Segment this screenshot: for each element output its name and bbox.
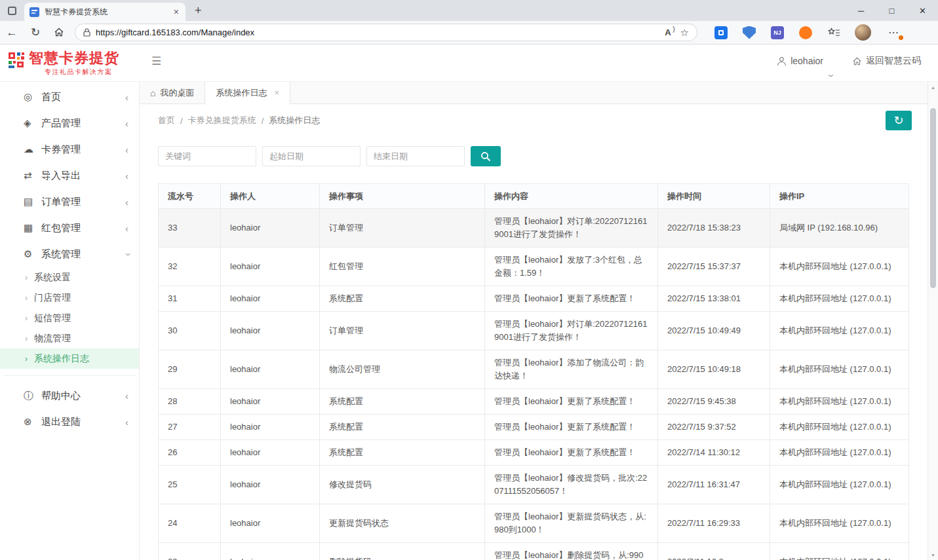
cell-item: 系统配置 — [320, 286, 485, 312]
user-dropdown-chevron-icon[interactable]: ‹ — [823, 74, 836, 77]
order-icon: ▤ — [24, 196, 41, 208]
maximize-button[interactable]: □ — [876, 0, 907, 21]
url-text[interactable]: https://giftcard.165183.com/Manage/index — [96, 28, 659, 37]
cell-operator: leohaior — [221, 312, 320, 350]
sidebar-toggle-icon[interactable]: ☰ — [151, 54, 161, 68]
return-cloud-link[interactable]: 返回智慧云码 — [852, 55, 921, 67]
sidebar-item-导入导出[interactable]: ⇄导入导出‹ — [0, 162, 139, 189]
table-row: 31leohaior系统配置管理员【leohaior】更新了系统配置！2022/… — [159, 286, 909, 312]
settings-menu-icon[interactable]: ⋯ — [886, 25, 902, 40]
cell-content: 管理员【leohaior】修改提货码，批次:2207111552056057！ — [485, 466, 658, 504]
scrollbar-thumb[interactable] — [930, 108, 936, 288]
sidebar-item-系统管理[interactable]: ⚙系统管理‹ — [0, 241, 139, 267]
cell-serial: 30 — [159, 312, 221, 350]
sidebar-subitem-短信管理[interactable]: ›短信管理 — [0, 308, 139, 328]
scroll-down-icon[interactable]: ▼ — [928, 550, 938, 560]
tab-close-icon[interactable]: × — [274, 88, 279, 98]
scroll-up-icon[interactable]: ▲ — [928, 82, 938, 92]
table-row: 30leohaior订单管理管理员【leohaior】对订单:202207121… — [159, 312, 909, 350]
cell-operator: leohaior — [221, 440, 320, 466]
browser-home-icon[interactable] — [47, 26, 71, 39]
sidebar-item-退出登陆[interactable]: ⊗退出登陆‹ — [0, 409, 139, 435]
reload-icon[interactable]: ↻ — [24, 26, 47, 39]
read-aloud-icon[interactable]: A — [665, 28, 674, 37]
sidebar-item-卡券管理[interactable]: ☁卡券管理‹ — [0, 136, 139, 162]
sidebar-item-label: 卡券管理 — [41, 143, 125, 156]
breadcrumb-item[interactable]: 卡券兑换提货系统 — [188, 115, 256, 126]
breadcrumb-item[interactable]: 首页 — [158, 115, 175, 126]
app-logo[interactable]: 智慧卡券提货 专注礼品卡解决方案 — [8, 50, 119, 77]
back-icon[interactable]: ← — [0, 26, 24, 39]
nj-extension-icon[interactable]: NJ — [771, 26, 784, 39]
table-row: 24leohaior更新提货码状态管理员【leohaior】更新提货码状态，从:… — [159, 504, 909, 543]
sidebar-subitem-系统操作日志[interactable]: ›系统操作日志 — [0, 348, 139, 369]
breadcrumb-bar: 首页/卡券兑换提货系统/系统操作日志 ↻ — [140, 104, 928, 137]
column-header: 操作事项 — [320, 184, 485, 209]
content-tab-bar: ⌂ 我的桌面 系统操作日志 × — [140, 82, 928, 104]
sidebar-divider — [4, 375, 135, 376]
page-scrollbar[interactable]: ▲ ▼ — [928, 82, 938, 560]
refresh-button[interactable]: ↻ — [886, 111, 912, 130]
help-icon: ⓘ — [24, 390, 41, 402]
tab-label: 我的桌面 — [160, 87, 194, 99]
sidebar-item-label: 订单管理 — [41, 196, 125, 208]
minimize-button[interactable]: ─ — [846, 0, 876, 21]
sidebar-item-label: 帮助中心 — [41, 390, 125, 402]
sidebar-subitem-label: 系统操作日志 — [34, 353, 89, 365]
cell-content: 管理员【leohaior】发放了:3个红包，总金额：1.59！ — [485, 248, 658, 286]
sidebar-item-首页[interactable]: ◎首页‹ — [0, 84, 139, 110]
favorites-bar-icon[interactable] — [828, 28, 840, 38]
cell-item: 订单管理 — [320, 209, 485, 248]
username: leohaior — [791, 56, 823, 66]
browser-tab[interactable]: 智慧卡券提货系统 × — [24, 3, 186, 21]
cell-item: 红包管理 — [320, 248, 485, 286]
sidebar-subitem-label: 短信管理 — [34, 312, 71, 324]
sidebar-subitem-系统设置[interactable]: ›系统设置 — [0, 267, 139, 288]
tab-actions-icon[interactable] — [8, 7, 16, 15]
favorites-star-icon[interactable]: ☆ — [680, 27, 689, 39]
toolbar-right: ⋯ — [828, 24, 902, 41]
orange-circle-extension-icon[interactable] — [799, 26, 812, 39]
close-button[interactable]: ✕ — [907, 0, 938, 21]
cell-ip: 本机内部环回地址 (127.0.0.1) — [770, 543, 909, 560]
address-bar[interactable]: https://giftcard.165183.com/Manage/index… — [75, 24, 697, 41]
cell-ip: 本机内部环回地址 (127.0.0.1) — [770, 248, 909, 286]
cell-operator: leohaior — [221, 543, 320, 560]
gear-icon: ⚙ — [24, 248, 41, 260]
sidebar-item-订单管理[interactable]: ▤订单管理‹ — [0, 189, 139, 215]
browser-toolbar: ← ↻ https://giftcard.165183.com/Manage/i… — [0, 21, 938, 45]
user-icon — [777, 56, 787, 66]
shield-extension-icon[interactable] — [743, 26, 756, 39]
new-tab-button[interactable]: + — [195, 4, 202, 18]
cell-content: 管理员【leohaior】删除提货码，从:990到 — [485, 543, 658, 560]
sidebar-item-红包管理[interactable]: ▦红包管理‹ — [0, 215, 139, 241]
tab-my-desktop[interactable]: ⌂ 我的桌面 — [140, 82, 205, 103]
keyword-input[interactable] — [158, 146, 256, 166]
breadcrumb-item: 系统操作日志 — [269, 115, 320, 126]
cell-item: 系统配置 — [320, 440, 485, 466]
sidebar-subitem-物流管理[interactable]: ›物流管理 — [0, 328, 139, 348]
tab-close-icon[interactable]: × — [172, 7, 180, 16]
lock-icon — [83, 28, 90, 37]
cell-time: 2022/7/15 9:37:52 — [658, 415, 770, 440]
user-menu[interactable]: leohaior — [777, 56, 823, 66]
profile-avatar[interactable] — [855, 24, 871, 41]
search-button[interactable] — [471, 146, 501, 166]
blue-square-extension-icon[interactable] — [714, 26, 728, 39]
start-date-input[interactable] — [262, 146, 361, 166]
cell-content: 管理员【leohaior】对订单:202207121619001进行了发货操作！ — [485, 209, 658, 248]
sidebar-item-产品管理[interactable]: ◈产品管理‹ — [0, 110, 139, 136]
end-date-input[interactable] — [366, 146, 465, 166]
cell-ip: 本机内部环回地址 (127.0.0.1) — [770, 504, 909, 543]
table-row: 26leohaior系统配置管理员【leohaior】更新了系统配置！2022/… — [159, 440, 909, 466]
cell-operator: leohaior — [221, 415, 320, 440]
sidebar-item-label: 系统管理 — [41, 248, 125, 261]
sidebar-item-帮助中心[interactable]: ⓘ帮助中心‹ — [0, 383, 139, 409]
import-export-icon: ⇄ — [24, 170, 41, 181]
tab-system-log[interactable]: 系统操作日志 × — [205, 82, 290, 104]
sidebar-subitem-门店管理[interactable]: ›门店管理 — [0, 288, 139, 308]
browser-tab-title: 智慧卡券提货系统 — [45, 7, 167, 18]
operation-log-table: 流水号操作人操作事项操作内容操作时间操作IP 33leohaior订单管理管理员… — [158, 183, 909, 560]
cell-operator: leohaior — [221, 286, 320, 312]
column-header: 操作时间 — [658, 184, 770, 209]
